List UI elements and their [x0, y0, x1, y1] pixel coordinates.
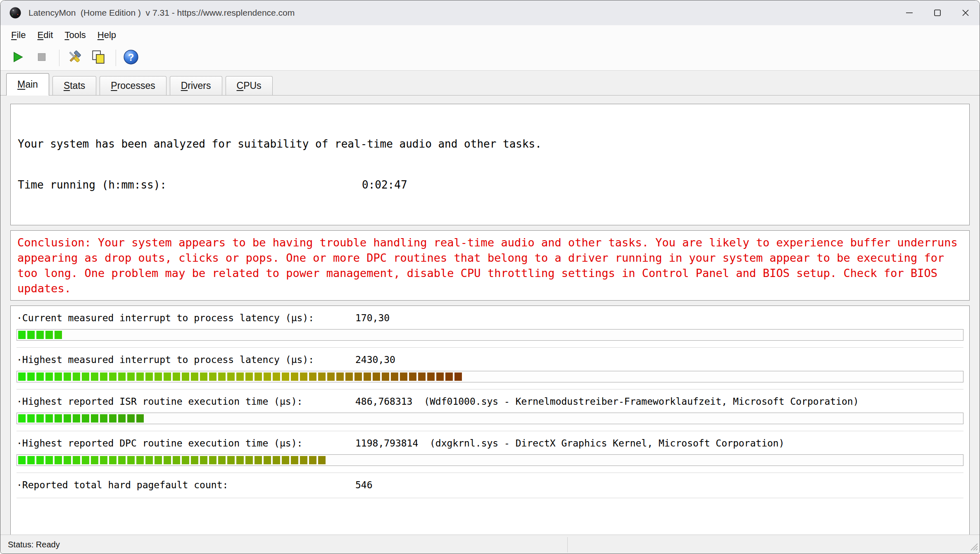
- bar-segment: [18, 456, 26, 464]
- bar-segment: [300, 456, 307, 464]
- bar-segment: [255, 373, 262, 381]
- window-controls: [895, 0, 980, 25]
- bar-segment: [55, 331, 62, 339]
- metric-label: ·Highest measured interrupt to process l…: [17, 353, 355, 366]
- menu-tools[interactable]: Tools: [59, 28, 91, 43]
- toolbar: ?: [0, 45, 980, 71]
- metric-value: 170,30: [355, 313, 390, 323]
- menu-tools-accel: T: [64, 30, 69, 40]
- time-running-label: Time running (h:mm:ss):: [18, 178, 362, 192]
- start-monitor-button[interactable]: [7, 47, 29, 69]
- bar-segment: [100, 414, 107, 423]
- menu-edit-accel: E: [37, 30, 43, 40]
- bar-segment: [400, 373, 407, 381]
- statusbar: Status: Ready: [0, 535, 980, 554]
- metric-label: ·Highest reported ISR routine execution …: [17, 395, 355, 408]
- tab-cpus[interactable]: CPUs: [226, 76, 273, 95]
- tab-processes[interactable]: Processes: [100, 76, 166, 95]
- bar-segment: [82, 373, 89, 381]
- bar-segment: [182, 456, 189, 464]
- metric-row-dpc-time: ·Highest reported DPC routine execution …: [17, 431, 963, 473]
- bar-segment: [45, 373, 53, 381]
- bar-segment: [18, 414, 26, 423]
- bar-segment: [209, 456, 216, 464]
- bar-segment: [155, 456, 162, 464]
- bar-segment: [27, 456, 35, 464]
- tools-icon: [66, 48, 83, 67]
- bar-segment: [182, 373, 189, 381]
- tab-processes-accel: P: [111, 80, 117, 91]
- tab-stats[interactable]: Stats: [52, 76, 96, 95]
- bar-segment: [245, 456, 253, 464]
- tab-drivers-accel: D: [181, 80, 188, 91]
- bar-segment: [336, 373, 344, 381]
- menu-file[interactable]: File: [5, 28, 31, 43]
- close-button[interactable]: [951, 0, 980, 25]
- bar-segment: [318, 456, 326, 464]
- menu-edit[interactable]: Edit: [31, 28, 59, 43]
- help-button[interactable]: ?: [120, 47, 142, 69]
- bar-segment: [282, 456, 289, 464]
- resize-grip-icon[interactable]: [968, 541, 978, 553]
- copy-icon: [90, 49, 107, 67]
- bar-segment: [245, 373, 253, 381]
- bar-segment: [236, 456, 244, 464]
- bar-segment: [300, 373, 307, 381]
- bar-segment: [55, 373, 62, 381]
- bar-segment: [82, 414, 89, 423]
- tab-main[interactable]: Main: [6, 73, 49, 96]
- bar-segment: [264, 373, 271, 381]
- tab-drivers[interactable]: Drivers: [170, 76, 222, 95]
- bar-segment: [55, 414, 62, 423]
- stop-monitor-button[interactable]: [31, 47, 52, 69]
- bar-segment: [64, 414, 71, 423]
- maximize-button[interactable]: [923, 0, 951, 25]
- metric-value: 486,768313 (Wdf01000.sys - Kernelmodustr…: [355, 396, 859, 407]
- menu-help-rest: elp: [104, 30, 116, 40]
- bar-segment: [100, 456, 107, 464]
- metric-value: 2430,30: [355, 354, 395, 365]
- bar-segment: [118, 373, 126, 381]
- metric-label: ·Reported total hard pagefault count:: [17, 479, 355, 491]
- bar-segment: [36, 414, 44, 423]
- bar-segment: [309, 373, 316, 381]
- bar-segment: [118, 414, 126, 423]
- bar-segment: [173, 456, 180, 464]
- bar-segment: [127, 414, 135, 423]
- bar-segment: [391, 373, 398, 381]
- bar-segment: [218, 456, 226, 464]
- bar-segment: [218, 373, 226, 381]
- bar-segment: [73, 414, 80, 423]
- bar-segment: [145, 456, 153, 464]
- bar-segment: [191, 373, 198, 381]
- bar-segment: [45, 456, 53, 464]
- copy-report-button[interactable]: [88, 47, 109, 69]
- bar-segment: [264, 456, 271, 464]
- bar-segment: [109, 414, 117, 423]
- metric-label: ·Highest reported DPC routine execution …: [17, 437, 355, 449]
- metric-row-highest-latency: ·Highest measured interrupt to process l…: [17, 348, 963, 389]
- bar-segment: [364, 373, 371, 381]
- bar-segment: [82, 456, 89, 464]
- bar-segment: [36, 456, 44, 464]
- bar-segment: [18, 373, 26, 381]
- bar-segment: [318, 373, 326, 381]
- toolbar-separator: [59, 50, 59, 66]
- bar-segment: [109, 373, 117, 381]
- bar-segment: [36, 373, 44, 381]
- bar-segment: [291, 373, 298, 381]
- bar-segment: [136, 414, 144, 423]
- options-button[interactable]: [64, 47, 85, 69]
- row-separator: [17, 498, 963, 498]
- bar-segment: [36, 331, 44, 339]
- bar-segment: [436, 373, 444, 381]
- tabstrip: Main Stats Processes Drivers CPUs: [0, 71, 980, 96]
- bar-segment: [227, 456, 235, 464]
- minimize-button[interactable]: [895, 0, 923, 25]
- bar-segment: [136, 456, 144, 464]
- menu-help[interactable]: Help: [92, 28, 122, 43]
- menubar: File Edit Tools Help: [0, 25, 980, 45]
- play-icon: [11, 50, 24, 65]
- bar-segment: [91, 456, 98, 464]
- menu-tools-rest: ools: [69, 30, 86, 40]
